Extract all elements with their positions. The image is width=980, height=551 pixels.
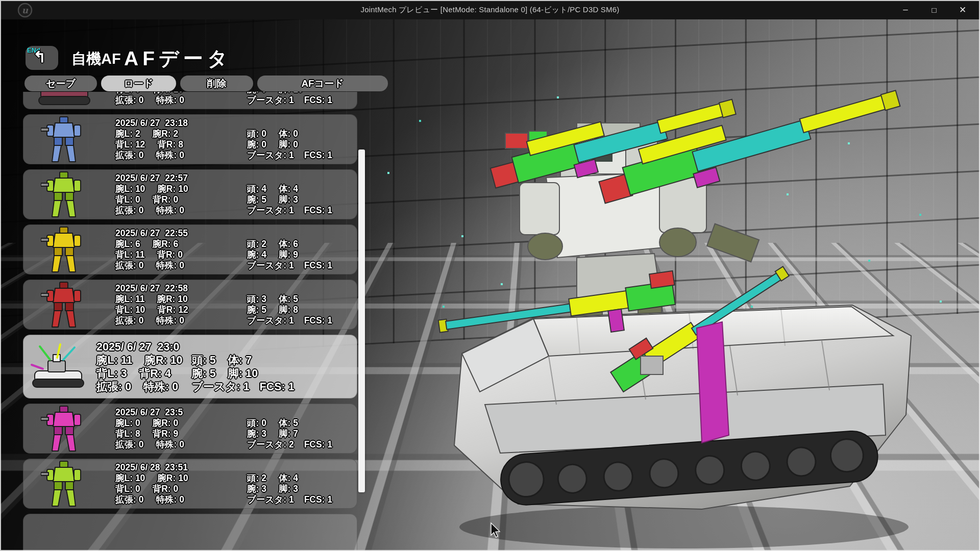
mech-thumbnail — [23, 225, 105, 274]
slot-left-stats: 2025/ 6/ 27 23:5 腕L: 0腕R: 0 背L: 8背R: 9 拡… — [105, 407, 237, 450]
slot-head-line: 頭: 2体: 6 — [247, 239, 357, 249]
slot-right-stats: 頭: 2体: 4 腕: 3脚: 3 ブースタ: 1FCS: 1 — [237, 462, 357, 505]
back-arrow-icon: ↰ — [33, 48, 46, 66]
slot-armleg-line: 腕: 5脚: 8 — [247, 305, 357, 315]
slot-spacer-line — [247, 283, 357, 294]
slot-arm-line: 腕L: 11腕R: 10 — [115, 294, 237, 305]
af-list: 背L: 0背R: 10 拡張: 0特殊: 0 腕: 0脚: 10 ブースタ: 1… — [23, 92, 357, 551]
slot-booster-line: ブースタ: 1FCS: 1 — [247, 205, 357, 216]
slot-armleg-line: 腕: 5脚: 10 — [192, 367, 357, 380]
slot-left-stats: 2025/ 6/ 27 22:58 腕L: 11腕R: 10 背L: 10背R:… — [105, 283, 237, 326]
slot-date: 2025/ 6/ 27 23:5 — [115, 407, 237, 418]
slot-booster-line: ブースタ: 1FCS: 1 — [192, 380, 357, 393]
tab-delete[interactable]: 削除 — [180, 76, 253, 91]
window-controls: – □ ✕ — [891, 0, 977, 19]
slot-ext-line: 拡張: 0特殊: 0 — [115, 260, 237, 271]
slot-arm-line: 腕L: 10腕R: 10 — [115, 473, 237, 484]
close-button[interactable]: ✕ — [948, 0, 977, 19]
slot-back-line: 背L: 11背R: 0 — [115, 249, 237, 260]
scene-particles — [0, 19, 1, 20]
tab-bar: セーブ ロード 削除 AFコード — [24, 76, 388, 91]
af-save-slot[interactable]: 2025/ 6/ 27 22:55 腕L: 6腕R: 6 背L: 11背R: 0… — [23, 224, 357, 274]
slot-arm-line: 腕L: 6腕R: 6 — [115, 239, 237, 249]
slot-armleg-line: 腕: 5脚: 3 — [247, 194, 357, 205]
slot-arm-line: 腕L: 2腕R: 2 — [115, 129, 237, 139]
slot-right-stats: 腕: 0脚: 10 ブースタ: 1FCS: 1 — [237, 92, 357, 106]
slot-back-line: 背L: 3背R: 4 — [96, 367, 192, 380]
slot-arm-line: 腕L: 11腕R: 10 — [96, 354, 192, 367]
af-save-slot[interactable]: 2025/ 6/ 28 23:51 腕L: 10腕R: 10 背L: 0背R: … — [23, 459, 357, 509]
maximize-button[interactable]: □ — [920, 0, 948, 19]
slot-ext-line: 拡張: 0特殊: 0 — [115, 439, 237, 450]
mech-thumbnail — [23, 459, 105, 508]
slot-back-line: 背L: 12背R: 8 — [115, 139, 237, 150]
mech-thumbnail — [23, 170, 105, 219]
slot-date: 2025/ 6/ 28 23:51 — [115, 462, 237, 473]
af-save-slot[interactable]: 背L: 0背R: 10 拡張: 0特殊: 0 腕: 0脚: 10 ブースタ: 1… — [23, 92, 357, 109]
af-save-slot[interactable]: 2025/ 6/ 27 22:58 腕L: 11腕R: 10 背L: 10背R:… — [23, 280, 357, 330]
minimize-button[interactable]: – — [891, 0, 920, 19]
slot-booster-line: ブースタ: 2FCS: 1 — [247, 439, 357, 450]
slot-arm-line: 腕L: 0腕R: 0 — [115, 418, 237, 429]
slot-back-line: 背L: 8背R: 9 — [115, 429, 237, 439]
tank-mech-model — [424, 78, 970, 551]
slot-spacer-line — [247, 462, 357, 473]
slot-spacer-line — [247, 407, 357, 418]
slot-left-stats: 2025/ 6/ 27 22:55 腕L: 6腕R: 6 背L: 11背R: 0… — [105, 228, 237, 271]
back-button[interactable]: ENd ↰ — [26, 46, 58, 70]
slot-booster-line: ブースタ: 1FCS: 1 — [247, 95, 357, 106]
slot-date: 2025/ 6/ 27 22:55 — [115, 228, 237, 239]
slot-right-stats: 頭: 5体: 7 腕: 5脚: 10 ブースタ: 1FCS: 1 — [192, 340, 357, 393]
slot-armleg-line: 腕: 4脚: 9 — [247, 249, 357, 260]
slot-right-stats: 頭: 2体: 6 腕: 4脚: 9 ブースタ: 1FCS: 1 — [237, 228, 357, 271]
af-save-slot[interactable]: 2025/ 6/ 27 23:0 腕L: 11腕R: 10 背L: 3背R: 4… — [23, 335, 357, 398]
slot-spacer-line — [247, 228, 357, 239]
slot-right-stats: 頭: 4体: 4 腕: 5脚: 3 ブースタ: 1FCS: 1 — [237, 173, 357, 216]
mech-thumbnail — [23, 280, 105, 329]
af-save-slot[interactable]: 2025/ 6/ 27 23:18 腕L: 2腕R: 2 背L: 12背R: 8… — [23, 114, 357, 164]
slot-right-stats: 頭: 0体: 0 腕: 0脚: 0 ブースタ: 1FCS: 1 — [237, 118, 357, 161]
tab-load[interactable]: ロード — [101, 76, 176, 91]
slot-ext-line: 拡張: 0特殊: 0 — [96, 380, 192, 393]
mech-thumbnail — [23, 342, 92, 391]
slot-ext-line: 拡張: 0特殊: 0 — [115, 205, 237, 216]
slot-ext-line: 拡張: 0特殊: 0 — [115, 150, 237, 161]
mouse-cursor — [489, 522, 501, 541]
slot-date: 2025/ 6/ 27 23:18 — [115, 118, 237, 129]
window-titlebar: u JointMech プレビュー [NetMode: Standalone 0… — [0, 0, 980, 19]
slot-right-stats: 頭: 0体: 5 腕: 3脚: 7 ブースタ: 2FCS: 1 — [237, 407, 357, 450]
slot-date: 2025/ 6/ 27 22:58 — [115, 283, 237, 294]
page-subtitle: 自機AF — [71, 49, 121, 69]
slot-head-line: 頭: 0体: 5 — [247, 418, 357, 429]
slot-back-line: 背L: 0背R: 0 — [115, 484, 237, 494]
tab-afcode[interactable]: AFコード — [257, 76, 388, 91]
slot-armleg-line: 腕: 0脚: 0 — [247, 139, 357, 150]
slot-head-line: 頭: 2体: 4 — [247, 473, 357, 484]
slot-ext-line: 拡張: 0特殊: 0 — [115, 494, 237, 505]
slot-back-line: 背L: 0背R: 0 — [115, 194, 237, 205]
page-title: AFデータ — [124, 45, 232, 72]
slot-booster-line: ブースタ: 1FCS: 1 — [247, 260, 357, 271]
slot-spacer-line — [247, 173, 357, 184]
slot-booster-line: ブースタ: 1FCS: 1 — [247, 494, 357, 505]
slot-right-stats: 頭: 3体: 5 腕: 5脚: 8 ブースタ: 1FCS: 1 — [237, 283, 357, 326]
af-save-slot[interactable]: 2025/ 6/ 27 23:5 腕L: 0腕R: 0 背L: 8背R: 9 拡… — [23, 404, 357, 454]
slot-spacer-line — [247, 118, 357, 129]
af-save-slot[interactable] — [23, 514, 357, 551]
slot-head-line: 頭: 4体: 4 — [247, 184, 357, 194]
slot-left-stats: 背L: 0背R: 10 拡張: 0特殊: 0 — [105, 92, 237, 106]
window-title: JointMech プレビュー [NetMode: Standalone 0] … — [0, 5, 980, 15]
slot-ext-line: 拡張: 0特殊: 0 — [115, 95, 237, 106]
list-scrollbar-thumb[interactable] — [358, 149, 365, 492]
slot-left-stats: 2025/ 6/ 28 23:51 腕L: 10腕R: 10 背L: 0背R: … — [105, 462, 237, 505]
slot-armleg-line: 腕: 3脚: 3 — [247, 484, 357, 494]
slot-head-line: 頭: 5体: 7 — [192, 354, 357, 367]
slot-armleg-line: 腕: 3脚: 7 — [247, 429, 357, 439]
af-save-slot[interactable]: 2025/ 6/ 27 22:57 腕L: 10腕R: 10 背L: 0背R: … — [23, 169, 357, 219]
slot-back-line: 背L: 10背R: 12 — [115, 305, 237, 315]
tab-save[interactable]: セーブ — [24, 76, 97, 91]
slot-head-line: 頭: 0体: 0 — [247, 129, 357, 139]
slot-left-stats: 2025/ 6/ 27 23:0 腕L: 11腕R: 10 背L: 3背R: 4… — [92, 340, 192, 393]
slot-booster-line: ブースタ: 1FCS: 1 — [247, 315, 357, 326]
slot-date: 2025/ 6/ 27 23:0 — [96, 340, 192, 354]
